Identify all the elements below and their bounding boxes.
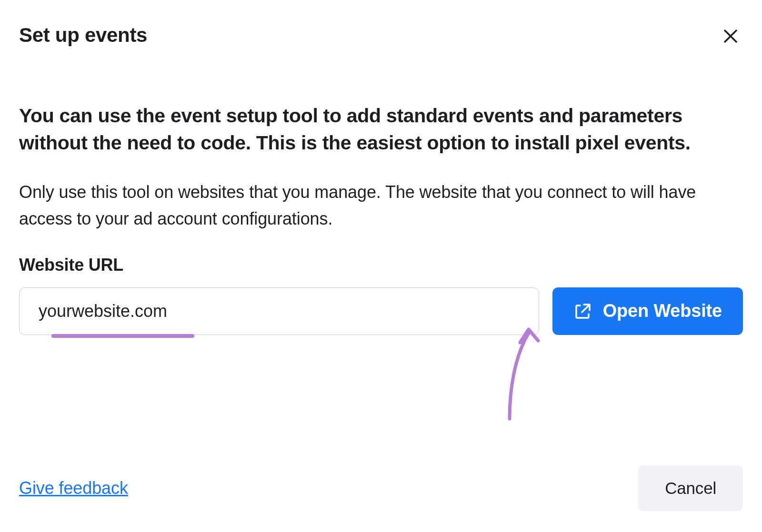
modal-title: Set up events <box>19 24 147 47</box>
cancel-button[interactable]: Cancel <box>638 465 743 511</box>
modal-footer: Give feedback Cancel <box>19 465 743 511</box>
website-url-input[interactable] <box>19 287 539 335</box>
close-icon <box>721 27 740 47</box>
close-button[interactable] <box>718 24 743 50</box>
modal-description-primary: You can use the event setup tool to add … <box>19 102 743 156</box>
url-input-row: Open Website <box>19 287 743 335</box>
open-website-button[interactable]: Open Website <box>552 287 743 335</box>
open-website-label: Open Website <box>603 301 722 321</box>
url-field-label: Website URL <box>19 255 743 275</box>
modal-header: Set up events <box>19 24 743 50</box>
annotation-arrow-icon <box>495 324 552 424</box>
give-feedback-link[interactable]: Give feedback <box>19 478 128 498</box>
external-link-icon <box>573 302 592 321</box>
annotation-underline <box>51 334 194 338</box>
modal-description-secondary: Only use this tool on websites that you … <box>19 179 743 232</box>
setup-events-modal: Set up events You can use the event setu… <box>0 0 762 532</box>
